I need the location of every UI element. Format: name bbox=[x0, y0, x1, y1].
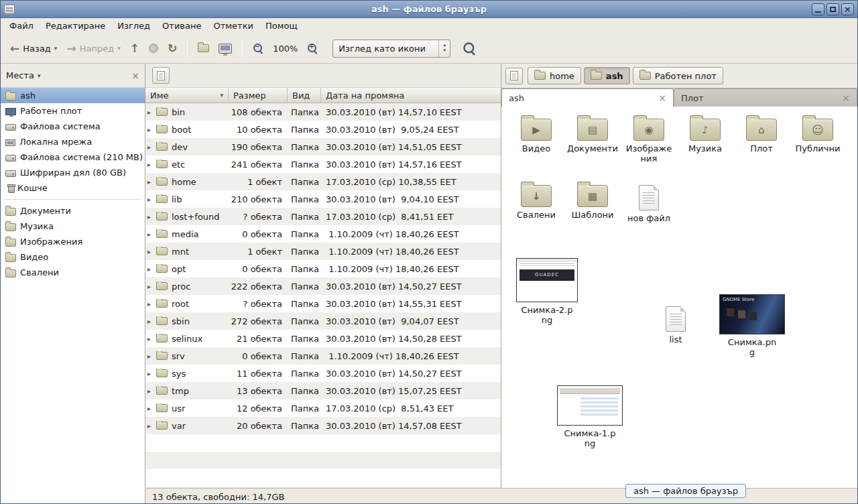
file-date: 30.03.2010 (вт) 9,04,10 EEST bbox=[321, 194, 501, 204]
folder-icon bbox=[156, 300, 168, 308]
path-button[interactable]: home bbox=[528, 67, 581, 84]
file-row[interactable]: opt 0 обекта Папка 1.10.2009 (чт) 18,40,… bbox=[145, 260, 501, 277]
place-item[interactable]: Кошче bbox=[1, 180, 145, 196]
tab[interactable]: Плот × bbox=[674, 88, 857, 107]
tab[interactable]: ash × bbox=[501, 88, 674, 107]
chevron-down-icon[interactable]: ▾ bbox=[54, 45, 58, 52]
tab-close-button[interactable]: × bbox=[837, 93, 850, 103]
expander-icon[interactable] bbox=[147, 422, 156, 430]
menu-item[interactable]: Отиване bbox=[156, 19, 207, 32]
place-item[interactable]: Музика bbox=[1, 218, 145, 234]
file-item[interactable]: list bbox=[641, 301, 711, 344]
expander-icon[interactable] bbox=[147, 231, 156, 238]
place-item[interactable]: ash bbox=[1, 88, 145, 103]
file-row[interactable]: srv 0 обекта Папка 1.10.2009 (чт) 18,40,… bbox=[145, 347, 501, 365]
back-arrow-icon: ← bbox=[10, 43, 19, 54]
titlebar[interactable]: ash — файлов браузър × bbox=[1, 1, 857, 18]
file-item[interactable]: Снимка-1.png bbox=[555, 380, 625, 448]
expander-icon[interactable] bbox=[147, 283, 156, 290]
file-row[interactable]: boot 10 обекта Папка 30.03.2010 (вт) 9,0… bbox=[145, 121, 501, 138]
folder-icon bbox=[156, 404, 168, 412]
column-header-date[interactable]: Дата на промяна bbox=[321, 88, 501, 103]
view-mode-select[interactable]: Изглед като икони ▴▾ bbox=[332, 40, 450, 58]
place-item[interactable]: Файлова система bbox=[1, 119, 145, 134]
forward-button[interactable]: → Напред ▾ bbox=[62, 40, 124, 58]
file-row[interactable]: etc 241 обекта Папка 30.03.2010 (вт) 14,… bbox=[145, 155, 501, 173]
expander-icon[interactable] bbox=[147, 335, 156, 342]
expander-icon[interactable] bbox=[147, 387, 156, 395]
chevron-down-icon[interactable]: ▾ bbox=[117, 45, 121, 52]
file-row[interactable]: sbin 272 обекта Папка 30.03.2010 (вт) 9,… bbox=[145, 312, 501, 330]
close-button[interactable]: × bbox=[841, 3, 854, 15]
expander-icon[interactable] bbox=[147, 300, 156, 308]
file-row[interactable]: lost+found ? обекта Папка 17.03.2010 (ср… bbox=[145, 208, 501, 225]
spinner-arrows-icon[interactable]: ▴▾ bbox=[438, 40, 450, 57]
menu-item[interactable]: Файл bbox=[3, 19, 40, 32]
expander-icon[interactable] bbox=[147, 370, 156, 377]
place-item[interactable]: Работен плот bbox=[1, 103, 145, 119]
column-header-size[interactable]: Размер bbox=[229, 88, 288, 103]
file-row[interactable]: selinux 21 обекта Папка 30.03.2010 (вт) … bbox=[145, 330, 501, 347]
column-header-type[interactable]: Вид bbox=[288, 88, 321, 103]
back-button[interactable]: ← Назад ▾ bbox=[6, 40, 61, 58]
place-item[interactable]: Файлова система (210 MB) bbox=[1, 149, 145, 165]
file-row[interactable]: media 0 обекта Папка 1.10.2009 (чт) 18,4… bbox=[145, 225, 501, 243]
place-item[interactable]: Видео bbox=[1, 249, 145, 265]
file-row[interactable]: proc 222 обекта Папка 30.03.2010 (вт) 14… bbox=[145, 277, 501, 295]
maximize-button[interactable] bbox=[826, 3, 839, 15]
expander-icon[interactable] bbox=[147, 265, 156, 273]
tab-close-button[interactable]: × bbox=[653, 93, 666, 103]
file-item[interactable]: GNOME Store Снимка.png bbox=[717, 289, 787, 357]
location-toggle-button[interactable] bbox=[505, 68, 523, 84]
path-button[interactable]: ash bbox=[584, 67, 630, 84]
location-toggle-button[interactable] bbox=[152, 67, 170, 84]
file-row[interactable]: bin 108 обекта Папка 30.03.2010 (вт) 14,… bbox=[145, 103, 501, 121]
expander-icon[interactable] bbox=[147, 126, 156, 133]
expander-icon[interactable] bbox=[147, 318, 156, 325]
place-item[interactable]: Свалени bbox=[1, 265, 145, 280]
menu-item[interactable]: Редактиране bbox=[40, 19, 111, 32]
expander-icon[interactable] bbox=[147, 143, 156, 151]
column-header-name[interactable]: Име ▾ bbox=[145, 88, 229, 103]
place-item[interactable]: Изображения bbox=[1, 234, 145, 249]
expander-icon[interactable] bbox=[147, 161, 156, 168]
place-item[interactable]: Локална мрежа bbox=[1, 134, 145, 149]
expander-icon[interactable] bbox=[147, 213, 156, 220]
file-item[interactable]: GUADEC Снимка-2.png bbox=[512, 253, 582, 325]
computer-icon bbox=[219, 44, 232, 54]
place-item[interactable]: Шифриран дял (80 GB) bbox=[1, 165, 145, 180]
reload-button[interactable]: ↻ bbox=[164, 40, 181, 58]
file-row[interactable]: dev 190 обекта Папка 30.03.2010 (вт) 14,… bbox=[145, 138, 501, 155]
file-row[interactable]: sys 11 обекта Папка 30.03.2010 (вт) 14,5… bbox=[145, 365, 501, 382]
minimize-button[interactable] bbox=[812, 3, 824, 15]
file-row[interactable]: usr 12 обекта Папка 17.03.2010 (ср) 8,51… bbox=[145, 399, 501, 417]
stop-button[interactable] bbox=[145, 40, 162, 56]
file-thumbnail: GUADEC bbox=[516, 258, 578, 302]
expander-icon[interactable] bbox=[147, 178, 156, 186]
file-row[interactable]: mnt 1 обект Папка 1.10.2009 (чт) 18,40,2… bbox=[145, 243, 501, 260]
menu-item[interactable]: Отметки bbox=[207, 19, 259, 32]
expander-icon[interactable] bbox=[147, 353, 156, 360]
expander-icon[interactable] bbox=[147, 109, 156, 116]
file-row[interactable]: home 1 обект Папка 17.03.2010 (ср) 10,38… bbox=[145, 173, 501, 190]
menu-item[interactable]: Изглед bbox=[111, 19, 156, 32]
sidebar-title-select[interactable]: Места bbox=[6, 70, 40, 80]
file-row[interactable]: tmp 13 обекта Папка 30.03.2010 (вт) 15,0… bbox=[145, 382, 501, 399]
place-item[interactable]: Документи bbox=[1, 203, 145, 218]
zoom-in-button[interactable]: + bbox=[303, 40, 322, 57]
menu-item[interactable]: Помощ bbox=[259, 19, 304, 32]
computer-button[interactable] bbox=[214, 40, 236, 57]
file-row[interactable]: lib 210 обекта Папка 30.03.2010 (вт) 9,0… bbox=[145, 190, 501, 208]
home-button[interactable] bbox=[194, 41, 213, 56]
path-button[interactable]: Работен плот bbox=[633, 67, 723, 84]
search-button[interactable] bbox=[460, 40, 479, 57]
expander-icon[interactable] bbox=[147, 196, 156, 203]
expander-icon[interactable] bbox=[147, 405, 156, 412]
expander-icon[interactable] bbox=[147, 248, 156, 255]
file-row[interactable]: var 20 обекта Папка 30.03.2010 (вт) 14,5… bbox=[145, 417, 501, 434]
up-button[interactable]: ↑ bbox=[126, 40, 143, 58]
sidebar-close-button[interactable]: × bbox=[131, 71, 139, 80]
file-date: 30.03.2010 (вт) 14,50,27 EEST bbox=[321, 369, 501, 379]
file-row[interactable]: root ? обекта Папка 30.03.2010 (вт) 14,5… bbox=[145, 295, 501, 312]
zoom-out-button[interactable]: − bbox=[249, 40, 267, 57]
